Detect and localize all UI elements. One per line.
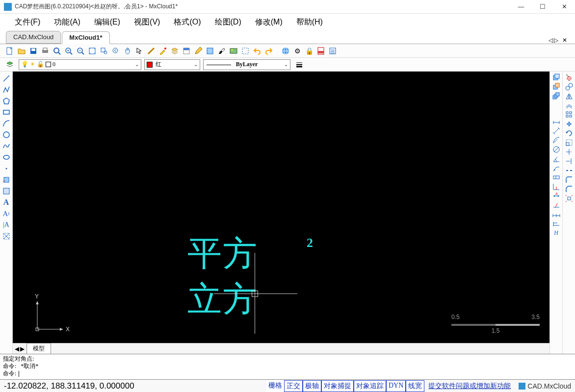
print-icon[interactable] [40, 46, 51, 56]
minimize-button[interactable]: — [510, 0, 532, 14]
command-window[interactable]: 指定对角点: 命令: *取消* 命令: [0, 354, 575, 379]
menu-format[interactable]: 格式(O) [167, 15, 208, 29]
dim-linear-icon[interactable] [552, 118, 560, 125]
close-button[interactable]: ✕ [553, 0, 575, 14]
mtext-icon[interactable]: AI [1, 209, 11, 219]
scale-icon[interactable] [565, 139, 573, 147]
mirror-icon[interactable] [565, 92, 573, 100]
zoom-prev-icon[interactable] [110, 46, 121, 56]
chamfer-icon[interactable] [565, 185, 573, 193]
edit-pencil-icon[interactable] [193, 46, 204, 56]
dim-diameter-icon[interactable] [552, 146, 560, 153]
layer-combo[interactable]: 💡 ☀ 🔓 0 ⌄ [19, 59, 141, 70]
feedback-link[interactable]: 提交软件问题或增加新功能 [424, 382, 515, 391]
save-icon[interactable] [28, 46, 39, 56]
pdf-icon[interactable] [315, 46, 326, 56]
zoom-window-icon[interactable] [99, 46, 109, 56]
dim-continue-icon[interactable] [552, 211, 560, 219]
dyn-toggle[interactable]: DYN [386, 380, 406, 392]
menu-view[interactable]: 视图(V) [127, 15, 167, 29]
pan-icon[interactable] [122, 46, 133, 56]
copy-icon[interactable] [565, 83, 573, 91]
spray-icon[interactable]: 🖌 [216, 46, 227, 56]
move-icon[interactable] [565, 120, 573, 128]
block-icon[interactable] [205, 46, 215, 56]
fillet-icon[interactable] [565, 176, 573, 184]
doc-tab-2-active[interactable]: MxCloud1* [62, 31, 109, 44]
doc-tab-1[interactable]: CAD.MxCloud [6, 31, 61, 44]
leader-icon[interactable] [552, 164, 560, 172]
line-icon[interactable] [1, 74, 11, 83]
tab-nav-prev-icon[interactable]: ◁ [549, 37, 553, 44]
gear-icon[interactable]: ⚙ [292, 46, 303, 56]
zoom-extents-icon[interactable] [87, 46, 98, 56]
dim-radius-icon[interactable] [552, 136, 560, 144]
rotate-icon[interactable] [565, 129, 573, 137]
rectangle-icon[interactable] [1, 107, 11, 117]
ellipse-icon[interactable] [1, 152, 11, 162]
tab-close-icon[interactable]: ✕ [562, 37, 567, 44]
arc-icon[interactable] [1, 119, 11, 128]
explode-icon[interactable] [565, 195, 573, 202]
copy-layer-icon[interactable] [552, 74, 560, 81]
menu-help[interactable]: 帮助(H) [289, 15, 330, 29]
dim-style-icon[interactable]: A [552, 192, 560, 200]
dim-ordinate-icon[interactable] [552, 183, 560, 191]
layer-manager-icon[interactable] [4, 59, 15, 70]
grid-toggle[interactable]: 栅格 [266, 380, 284, 392]
insert-block-icon[interactable] [1, 175, 11, 185]
zoom-in-icon[interactable] [63, 46, 74, 56]
tolerance-icon[interactable] [552, 173, 560, 181]
select-arrow-icon[interactable] [134, 46, 145, 56]
text-A-icon[interactable]: A [1, 197, 11, 207]
text-ia-icon[interactable]: |A [1, 220, 11, 230]
model-tab[interactable]: 模型 [26, 343, 51, 354]
tab-nav-next-icon[interactable]: ▷ [554, 37, 558, 44]
text-H-icon[interactable]: H [554, 229, 558, 237]
menu-edit[interactable]: 编辑(E) [87, 15, 127, 29]
checklist-icon[interactable] [327, 46, 338, 56]
zoom-out-icon[interactable] [75, 46, 86, 56]
matchprop-icon[interactable] [157, 46, 168, 56]
properties-icon[interactable] [181, 46, 192, 56]
spline-icon[interactable] [1, 141, 11, 151]
circle-icon[interactable] [1, 130, 11, 140]
dim-baseline-icon[interactable] [552, 220, 560, 228]
break-icon[interactable] [565, 167, 573, 174]
tab-next-icon[interactable]: ▶ [20, 345, 25, 352]
array-icon[interactable] [565, 111, 573, 119]
maximize-button[interactable]: ☐ [532, 0, 553, 14]
osnap-toggle[interactable]: 对象捕捉 [321, 380, 354, 392]
preview-icon[interactable] [52, 46, 62, 56]
trim-icon[interactable] [565, 148, 573, 156]
extend-icon[interactable] [565, 157, 573, 165]
polyline-icon[interactable] [1, 85, 11, 95]
lock-icon[interactable]: 🔒 [304, 46, 314, 56]
dim-angular-icon[interactable] [552, 155, 560, 163]
point-icon[interactable] [1, 164, 11, 173]
measure-icon[interactable] [146, 46, 157, 56]
menu-modify[interactable]: 修改(M) [248, 15, 289, 29]
menu-draw[interactable]: 绘图(D) [208, 15, 248, 29]
lwt-toggle[interactable]: 线宽 [406, 380, 424, 392]
new-icon[interactable] [4, 46, 15, 56]
color-combo[interactable]: 红 ⌄ [144, 59, 200, 70]
copy-multiple-icon[interactable] [552, 92, 560, 100]
image-icon[interactable] [228, 46, 239, 56]
erase-icon[interactable] [565, 74, 573, 81]
layers-icon[interactable] [169, 46, 180, 56]
menu-file[interactable]: 文件(F) [8, 15, 47, 29]
polar-toggle[interactable]: 极轴 [303, 380, 321, 392]
dim-edit-icon[interactable] [552, 201, 560, 209]
drawing-canvas[interactable]: 平方 立方 2 X Y 0.53.5 1.5 [13, 72, 549, 343]
dim-aligned-icon[interactable] [552, 127, 560, 135]
menu-function[interactable]: 功能(A) [47, 15, 87, 29]
offset-icon[interactable] [565, 101, 573, 109]
tab-prev-icon[interactable]: ◀ [15, 345, 19, 352]
redo-icon[interactable] [263, 46, 274, 56]
lineweight-icon[interactable] [294, 59, 305, 70]
open-icon[interactable] [16, 46, 27, 56]
web-icon[interactable] [280, 46, 291, 56]
region-icon[interactable] [1, 231, 11, 241]
ortho-toggle[interactable]: 正交 [284, 380, 303, 392]
